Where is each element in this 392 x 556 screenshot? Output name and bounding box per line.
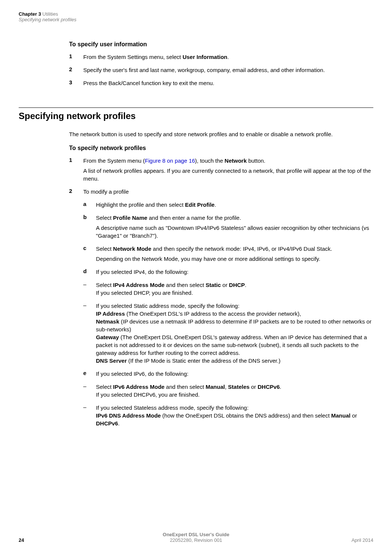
step-number: 3 [69,79,83,87]
step-2-network: 2 To modify a profile [69,188,373,196]
step-1: 1 From the System Settings menu, select … [69,53,373,61]
section-title-user-info: To specify user information [69,41,373,48]
substep-letter: a [83,201,96,209]
dash-e2: – If you selected Stateless address mode… [83,404,373,427]
chapter-number: Chapter 3 [19,11,41,17]
substep-b: b Select Profile Name and then enter a n… [83,214,373,240]
footer-revision: 22052280, Revision 001 [56,537,336,543]
footer-date: April 2014 [336,537,373,543]
dash-content: If you selected Stateless address mode, … [96,404,373,427]
step-number: 2 [69,188,83,196]
substep-letter: d [83,268,96,276]
substep-content: Select Network Mode and then specify the… [96,245,373,263]
dash-e1: – Select IPv6 Address Mode and then sele… [83,383,373,399]
dash-content: If you selected Static address mode, spe… [96,302,373,365]
substep-e: e If you selected IPv6, do the following… [83,370,373,378]
page-footer: 24 OneExpert DSL User's Guide 22052280, … [19,532,373,543]
dash-content: Select IPv6 Address Mode and then select… [96,383,373,399]
step-number: 1 [69,157,83,182]
substep-sub-content: A descriptive name such as "Downtown IPv… [96,224,373,240]
substep-content: If you selected IPv4, do the following: [96,268,373,276]
substep-content: Highlight the profile and then select Ed… [96,201,373,209]
step-content: From the System menu (Figure 8 on page 1… [83,157,373,182]
footer-guide-title: OneExpert DSL User's Guide [56,532,336,537]
dash-marker: – [83,404,96,427]
substep-letter: c [83,245,96,263]
step-content: Press the Back/Cancel function key to ex… [83,79,373,87]
header-subtitle: Specifying network profiles [19,17,373,22]
dash-marker: – [83,302,96,365]
step-number: 1 [69,53,83,61]
substep-d: d If you selected IPv4, do the following… [83,268,373,276]
intro-text: The network button is used to specify an… [69,130,373,138]
step-3: 3 Press the Back/Cancel function key to … [69,79,373,87]
chapter-line: Chapter 3 Utilities [19,11,373,17]
step-1-network: 1 From the System menu (Figure 8 on page… [69,157,373,182]
footer-center: OneExpert DSL User's Guide 22052280, Rev… [56,532,336,543]
step-2: 2 Specify the user's first and last name… [69,66,373,74]
page-header: Chapter 3 Utilities Specifying network p… [19,11,373,22]
page-number: 24 [19,537,56,543]
chapter-title: Utilities [43,11,58,17]
step-number: 2 [69,66,83,74]
substep-sub-content: Depending on the Network Mode, you may h… [96,255,373,263]
section-title-network-profiles: To specify network profiles [69,145,373,152]
step-content: To modify a profile [83,188,373,196]
dash-marker: – [83,383,96,399]
substep-a: a Highlight the profile and then select … [83,201,373,209]
dash-content: Select IPv4 Address Mode and then select… [96,281,373,297]
substep-letter: b [83,214,96,240]
substep-c: c Select Network Mode and then specify t… [83,245,373,263]
main-heading: Specifying network profiles [19,107,373,122]
dash-marker: – [83,281,96,297]
substep-content: Select Profile Name and then enter a nam… [96,214,373,240]
dash-d2: – If you selected Static address mode, s… [83,302,373,365]
substep-letter: e [83,370,96,378]
step-content: Specify the user's first and last name, … [83,66,373,74]
substep-content: If you selected IPv6, do the following: [96,370,373,378]
step-sub-content: A list of network profiles appears. If y… [83,167,373,182]
step-content: From the System Settings menu, select Us… [83,53,373,61]
dash-d1: – Select IPv4 Address Mode and then sele… [83,281,373,297]
figure-link[interactable]: Figure 8 on page 16 [145,157,195,164]
